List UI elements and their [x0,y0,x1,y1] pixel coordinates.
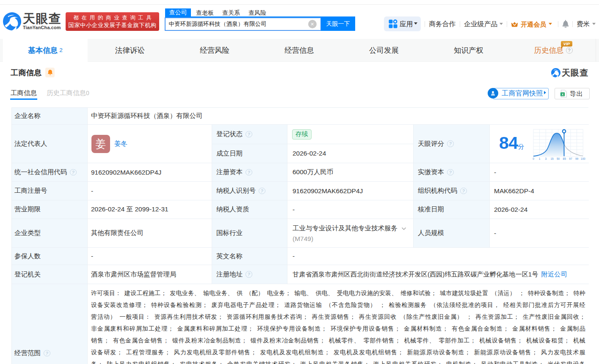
svg-text:100: 100 [581,157,585,160]
svg-text:15: 15 [550,157,554,160]
svg-text:X: X [561,93,563,96]
svg-text:1: 1 [539,157,541,160]
svg-text:99: 99 [575,157,579,160]
svg-text:97: 97 [569,157,572,160]
svg-text:0: 0 [533,157,534,160]
svg-text:85: 85 [563,157,566,160]
svg-text:3: 3 [545,157,547,160]
svg-text:50: 50 [557,157,560,160]
